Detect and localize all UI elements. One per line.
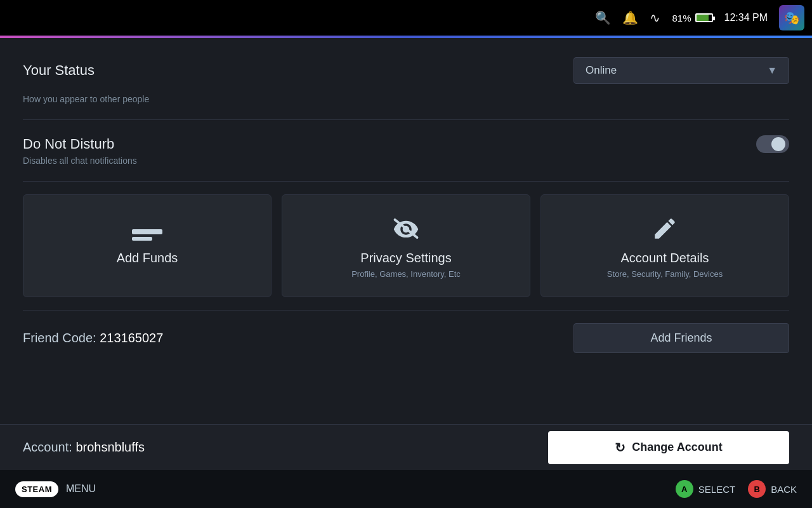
notification-icon[interactable]: 🔔 xyxy=(622,10,638,25)
friend-code-label: Friend Code: 213165027 xyxy=(23,331,163,345)
dnd-label: Do Not Disturb xyxy=(23,136,114,152)
account-bar: Account: brohsnbluffs ↻ Change Account xyxy=(0,424,812,470)
privacy-settings-card[interactable]: Privacy Settings Profile, Games, Invento… xyxy=(282,194,530,297)
status-row: Your Status Online ▼ xyxy=(23,57,789,94)
privacy-title: Privacy Settings xyxy=(360,251,451,265)
bottom-bar: STEAM MENU A SELECT B BACK xyxy=(0,470,812,508)
search-icon[interactable]: 🔍 xyxy=(595,10,611,25)
add-friends-button[interactable]: Add Friends xyxy=(573,323,789,353)
change-account-label: Change Account xyxy=(632,441,722,454)
account-label: Account: brohsnbluffs xyxy=(23,440,145,454)
dnd-toggle[interactable] xyxy=(756,135,789,153)
change-account-icon: ↻ xyxy=(615,440,625,455)
clock: 12:34 PM xyxy=(724,12,768,23)
avatar-emoji: 🎭 xyxy=(784,10,800,25)
privacy-icon xyxy=(393,215,419,242)
battery-percent: 81% xyxy=(672,13,691,23)
privacy-subtitle: Profile, Games, Inventory, Etc xyxy=(351,269,461,279)
b-button-icon[interactable]: B xyxy=(748,480,766,498)
status-value: Online xyxy=(586,64,617,77)
steam-badge[interactable]: STEAM xyxy=(15,481,58,497)
avatar[interactable]: 🎭 xyxy=(779,5,804,30)
divider-1 xyxy=(23,119,789,120)
wifi-icon: ∿ xyxy=(650,10,660,25)
dnd-description: Disables all chat notifications xyxy=(23,156,789,177)
battery-area: 81% xyxy=(672,13,712,23)
account-details-subtitle: Store, Security, Family, Devices xyxy=(607,269,723,279)
your-status-label: Your Status xyxy=(23,62,95,79)
add-funds-title: Add Funds xyxy=(117,251,178,265)
add-funds-icon xyxy=(132,229,162,241)
divider-3 xyxy=(23,310,789,311)
card-line-1 xyxy=(132,229,162,234)
select-control: A SELECT xyxy=(676,480,735,498)
cards-row: Add Funds Privacy Settings Profile, Game… xyxy=(23,194,789,297)
menu-label: MENU xyxy=(66,483,96,495)
card-line-2 xyxy=(132,237,152,241)
a-button-icon[interactable]: A xyxy=(676,480,693,498)
account-username: brohsnbluffs xyxy=(75,440,145,454)
battery-icon xyxy=(695,13,713,22)
status-description: How you appear to other people xyxy=(23,94,789,116)
toggle-knob xyxy=(771,137,785,151)
account-info: Account: brohsnbluffs xyxy=(23,440,145,455)
main-content: Your Status Online ▼ How you appear to o… xyxy=(0,38,812,470)
account-details-card[interactable]: Account Details Store, Security, Family,… xyxy=(540,194,789,297)
friend-code-row: Friend Code: 213165027 Add Friends xyxy=(23,314,789,362)
pencil-icon xyxy=(652,215,678,242)
back-control: B BACK xyxy=(748,480,797,498)
friend-code-area: Friend Code: 213165027 xyxy=(23,331,163,345)
add-funds-card[interactable]: Add Funds xyxy=(23,194,272,297)
select-label: SELECT xyxy=(698,484,735,495)
friend-code-number: 213165027 xyxy=(100,331,163,345)
back-label: BACK xyxy=(771,484,797,495)
bottom-right-controls: A SELECT B BACK xyxy=(676,480,797,498)
top-status-bar: 🔍 🔔 ∿ 81% 12:34 PM 🎭 xyxy=(0,0,812,36)
divider-2 xyxy=(23,181,789,182)
chevron-down-icon: ▼ xyxy=(767,65,777,76)
account-details-title: Account Details xyxy=(621,251,709,265)
dnd-row: Do Not Disturb xyxy=(23,124,789,156)
status-dropdown[interactable]: Online ▼ xyxy=(573,57,789,84)
steam-menu-group: STEAM MENU xyxy=(15,481,96,497)
change-account-button[interactable]: ↻ Change Account xyxy=(548,431,789,464)
